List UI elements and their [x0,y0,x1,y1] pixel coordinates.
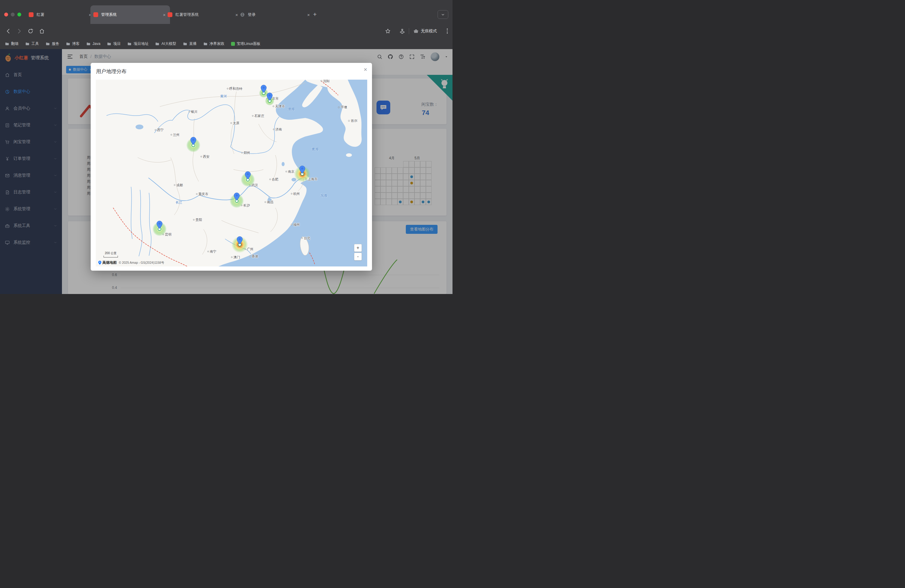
map-city-label: 石家庄 [252,114,264,118]
map-pin-icon[interactable] [267,92,273,101]
city-name: 成都 [176,183,183,188]
map-city-label: 天津市 [273,104,285,109]
incognito-icon [413,28,419,34]
bookmark-item[interactable]: 博客 [66,41,79,46]
china-map[interactable]: 呼和浩特沈阳北京市天津市石家庄太原济南银川西宁兰州西安郑州南京合肥上海市武汉成都… [96,79,367,267]
bookmark-item[interactable]: 翻墙 [5,41,19,46]
bookmark-item[interactable]: 服务 [46,41,59,46]
extensions-icon[interactable] [399,28,405,34]
bookmark-item[interactable]: 项目地址 [127,41,148,46]
site-favicon [29,12,33,17]
map-pin-icon[interactable] [245,171,251,180]
map-pin-icon[interactable] [299,165,306,174]
city-dot-icon [269,179,271,180]
globe-favicon [240,12,245,17]
city-dot-icon [231,257,233,258]
city-dot-icon [273,106,274,107]
river-label: 长江 [176,200,182,205]
bookmark-star-icon[interactable] [385,28,391,34]
browser-tab[interactable]: 管理系统× [90,5,170,24]
bookmark-item[interactable]: 工具 [25,41,39,46]
bookmark-label: 项目地址 [133,41,148,46]
map-pin-icon[interactable] [157,221,163,229]
map-attribution: 高德地图 © 2025 Amap - GS(2024)1158号 [98,260,164,265]
bookmark-item[interactable]: Java [86,41,100,46]
site-favicon [94,12,98,17]
sea-label: 东海 [321,194,327,198]
city-dot-icon [249,256,251,257]
map-city-label: 兰州 [171,133,179,137]
tab-close-icon[interactable]: × [306,12,311,17]
map-city-label: 西安 [200,154,210,159]
map-city-label: 香港 [249,254,258,259]
map-city-label: 杭州 [291,192,300,196]
city-dot-icon [321,80,322,82]
site-favicon [168,12,172,17]
home-icon[interactable] [39,28,45,34]
browser-menu-icon[interactable] [447,29,448,33]
sea-label: 黄海 [312,147,319,151]
city-name: 西宁 [157,128,164,132]
minimize-window-button[interactable] [11,13,15,16]
city-name: 平壤 [341,105,347,110]
folder-icon [25,41,30,46]
reload-icon[interactable] [27,28,33,34]
city-dot-icon [193,219,195,221]
back-icon[interactable] [5,28,11,34]
browser-tab[interactable]: 红薯× [26,5,96,24]
folder-icon [107,41,111,46]
tab-title: 红薯管理系统 [175,12,232,17]
city-dot-icon [230,122,232,124]
bookmark-label: 翻墙 [11,41,19,46]
city-name: 台北 [304,236,310,240]
map-city-label: 郑州 [241,151,250,155]
map-zoom-control: + - [354,243,362,261]
bookmark-item[interactable]: 净界家政 [203,41,224,46]
folder-icon [203,41,208,46]
zoom-out-button[interactable]: - [354,253,362,261]
map-city-label: 西宁 [155,128,164,132]
close-window-button[interactable] [4,13,8,16]
new-tab-button[interactable]: + [313,11,317,18]
folder-icon [66,41,70,46]
city-dot-icon [348,120,350,122]
map-city-label: 太原 [230,121,240,126]
dialog-close-icon[interactable]: × [364,66,367,73]
city-name: 天津市 [275,104,285,109]
dialog-title: 用户地理分布 [96,68,127,75]
city-name: 太原 [233,121,240,126]
map-city-label: 沈阳 [321,79,330,83]
browser-tab[interactable]: 红薯管理系统× [165,5,243,24]
tab-search-button[interactable] [438,10,448,19]
city-dot-icon [200,156,202,157]
traffic-lights [4,13,21,16]
city-dot-icon [241,152,243,154]
city-name: 沈阳 [323,79,330,83]
map-scale-bar: 200 公里 [103,251,118,257]
map-pin-icon[interactable] [234,192,240,201]
city-name: 昆明 [165,232,171,237]
browser-tab[interactable]: 登录× [237,5,314,24]
map-pin-icon[interactable] [191,137,197,145]
map-pin-icon[interactable] [261,85,267,93]
city-name: 南京 [288,170,294,174]
forward-icon[interactable] [16,28,22,34]
bookmark-label: 直播 [189,41,197,46]
city-dot-icon [291,193,292,195]
bookmark-item[interactable]: 宝塔Linux面板 [231,41,261,46]
city-name: 贵阳 [195,218,202,222]
city-dot-icon [207,251,209,253]
city-dot-icon [291,224,292,226]
bookmark-item[interactable]: 项目 [107,41,121,46]
bookmark-item[interactable]: 直播 [183,41,197,46]
bookmark-item[interactable]: AI大模型 [155,41,176,46]
city-name: 济南 [275,127,282,132]
bookmarks-bar: 翻墙工具服务博客Java项目项目地址AI大模型直播净界家政宝塔Linux面板 [0,38,452,49]
zoom-window-button[interactable] [17,13,21,16]
city-dot-icon [252,115,254,117]
city-name: 郑州 [244,151,250,155]
city-dot-icon [171,134,172,136]
zoom-in-button[interactable]: + [354,244,362,252]
city-dot-icon [302,237,303,239]
map-pin-icon[interactable] [237,236,243,245]
